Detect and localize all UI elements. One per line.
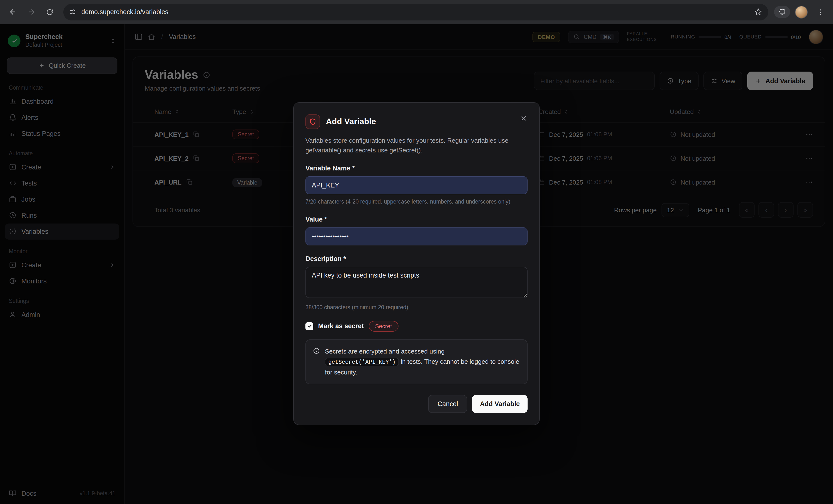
variable-name-help: 7/20 characters (4-20 required, uppercas… (305, 198, 528, 206)
browser-menu-button[interactable] (812, 4, 828, 20)
address-bar[interactable]: demo.supercheck.io/variables (63, 4, 768, 20)
description-textarea[interactable]: API key to be used inside test scripts (305, 267, 528, 298)
value-label: Value * (305, 216, 528, 223)
code-snippet: getSecret('API_KEY') (325, 358, 399, 366)
mark-as-secret-label[interactable]: Mark as secret (318, 322, 364, 330)
browser-actions (774, 4, 828, 20)
variable-name-input[interactable] (305, 176, 528, 194)
mark-as-secret-row: Mark as secret Secret (305, 321, 528, 331)
dialog-description: Variables store configuration values for… (305, 136, 528, 155)
add-variable-dialog: Add Variable Variables store configurati… (293, 102, 540, 425)
browser-chrome: demo.supercheck.io/variables (0, 0, 833, 24)
secret-info-box: Secrets are encrypted and accessed using… (305, 339, 528, 384)
variable-name-label: Variable Name * (305, 165, 528, 172)
puzzle-icon (779, 8, 786, 16)
value-input[interactable] (305, 227, 528, 246)
dialog-header: Add Variable (305, 115, 528, 129)
close-icon[interactable] (520, 115, 528, 122)
app-window: Supercheck Default Project Quick Create … (0, 24, 833, 504)
reload-button[interactable] (42, 4, 57, 20)
site-settings-icon (69, 8, 76, 16)
back-arrow-icon (8, 8, 17, 16)
submit-add-variable-button[interactable]: Add Variable (472, 395, 528, 413)
kebab-menu-icon (816, 8, 824, 16)
check-icon (307, 323, 312, 329)
info-icon (313, 347, 320, 354)
shield-icon (305, 115, 320, 129)
browser-profile-avatar[interactable] (795, 6, 808, 18)
extensions-button[interactable] (774, 6, 790, 18)
screen: demo.supercheck.io/variables Supercheck (0, 0, 833, 504)
forward-button[interactable] (23, 4, 39, 20)
info-text-part1: Secrets are encrypted and accessed using (325, 347, 445, 355)
secret-badge: Secret (369, 321, 398, 331)
description-help: 38/300 characters (minimum 20 required) (305, 304, 528, 312)
secret-info-text: Secrets are encrypted and accessed using… (325, 346, 520, 378)
reload-icon (46, 8, 54, 16)
forward-arrow-icon (27, 8, 35, 16)
dialog-footer: Cancel Add Variable (305, 395, 528, 413)
dialog-title: Add Variable (326, 117, 376, 127)
description-label: Description * (305, 256, 528, 263)
mark-as-secret-checkbox[interactable] (305, 322, 313, 330)
back-button[interactable] (5, 4, 21, 20)
cancel-button[interactable]: Cancel (428, 395, 467, 413)
bookmark-star-icon[interactable] (754, 8, 762, 16)
url-text: demo.supercheck.io/variables (81, 8, 749, 16)
